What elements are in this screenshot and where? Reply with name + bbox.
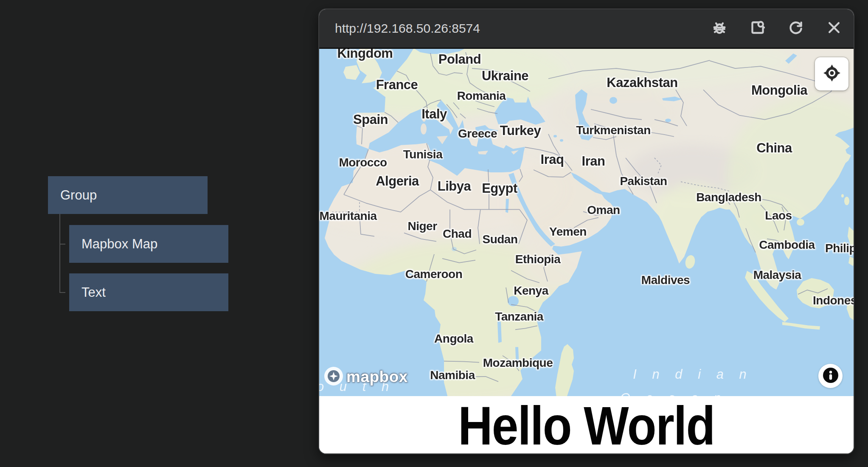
map-country-label: Sudan bbox=[482, 233, 517, 246]
map-country-label: Kingdom bbox=[337, 48, 393, 61]
page-body: Hello World bbox=[319, 396, 854, 454]
map-country-label: France bbox=[376, 77, 418, 93]
map-country-label: Morocco bbox=[339, 156, 387, 169]
open-preview-icon bbox=[749, 19, 766, 38]
map-country-label: Iran bbox=[582, 154, 605, 169]
map-country-label: Philippines bbox=[825, 242, 854, 255]
map-country-label: Turkmenistan bbox=[576, 124, 651, 137]
map-country-label: Laos bbox=[765, 209, 792, 222]
tree-connector-tick bbox=[59, 244, 65, 245]
map-country-label: Namibia bbox=[430, 369, 475, 382]
map-country-label: Pakistan bbox=[620, 174, 667, 188]
map-country-label: Spain bbox=[353, 112, 388, 127]
tree-node-label: Text bbox=[81, 285, 106, 300]
world-map-graphic bbox=[319, 49, 854, 396]
map-country-label: Niger bbox=[407, 219, 437, 233]
debug-button[interactable] bbox=[711, 20, 728, 37]
map-country-label: Bangladesh bbox=[696, 191, 761, 204]
map-ocean-label: I n d i a n bbox=[633, 367, 753, 382]
mapbox-logo-icon bbox=[324, 366, 343, 388]
map-country-label: Mongolia bbox=[751, 83, 807, 98]
map-country-label: Greece bbox=[458, 127, 497, 141]
map-country-label: Kazakhstan bbox=[607, 75, 677, 90]
tree-node-group[interactable]: Group bbox=[48, 176, 208, 214]
tree-node-label: Mapbox Map bbox=[81, 236, 157, 252]
tree-node-label: Group bbox=[60, 188, 97, 203]
map-country-label: Iraq bbox=[541, 152, 564, 167]
browser-titlebar: http://192.168.50.26:8574 bbox=[319, 9, 854, 48]
map-country-label: Mauritania bbox=[319, 209, 376, 223]
titlebar-actions bbox=[711, 20, 854, 37]
tree-connector-tick bbox=[59, 292, 65, 293]
map-country-label: Chad bbox=[443, 227, 472, 241]
map-country-label: Angola bbox=[434, 332, 473, 346]
mapbox-logo-text: mapbox bbox=[346, 368, 408, 386]
map-country-label: Oman bbox=[587, 203, 620, 217]
hello-world-heading: Hello World bbox=[458, 399, 714, 453]
map-country-label: Poland bbox=[438, 52, 481, 67]
mapbox-logo[interactable]: mapbox bbox=[324, 366, 408, 388]
map-country-label: Ukraine bbox=[482, 68, 528, 84]
reload-icon bbox=[787, 19, 804, 38]
map-country-label: Tanzania bbox=[495, 310, 543, 324]
browser-preview-window: http://192.168.50.26:8574 bbox=[318, 8, 854, 454]
open-preview-button[interactable] bbox=[749, 20, 766, 37]
tree-node-mapbox-map[interactable]: Mapbox Map bbox=[69, 225, 228, 263]
map-country-label: Maldives bbox=[641, 273, 690, 287]
geolocate-target-icon bbox=[822, 63, 842, 84]
mapbox-map-canvas[interactable]: KingdomPolandUkraineFranceKazakhstanMong… bbox=[319, 48, 854, 396]
map-country-label: Yemen bbox=[549, 225, 587, 239]
map-country-label: Cameroon bbox=[405, 267, 462, 281]
map-country-label: Tunisia bbox=[403, 148, 442, 161]
debug-icon bbox=[711, 19, 728, 38]
map-country-label: Mozambique bbox=[483, 356, 553, 370]
map-country-label: Egypt bbox=[482, 181, 517, 196]
map-country-label: Ethiopia bbox=[515, 253, 560, 266]
map-country-label: China bbox=[756, 141, 792, 156]
geolocate-button[interactable] bbox=[815, 57, 848, 90]
reload-button[interactable] bbox=[787, 20, 804, 37]
close-icon bbox=[826, 19, 843, 38]
map-country-label: Romania bbox=[457, 89, 506, 103]
url-text: http://192.168.50.26:8574 bbox=[319, 21, 711, 36]
close-button[interactable] bbox=[826, 20, 843, 37]
attribution-info-button[interactable] bbox=[818, 364, 843, 388]
map-country-label: Malaysia bbox=[753, 268, 801, 282]
map-country-label: Turkey bbox=[500, 123, 541, 138]
map-country-label: Cambodia bbox=[759, 238, 815, 252]
map-country-label: Kenya bbox=[514, 284, 548, 298]
info-icon bbox=[822, 367, 839, 385]
tree-connector-line bbox=[59, 214, 60, 293]
map-country-label: Indonesia bbox=[813, 294, 854, 307]
map-country-label: Algeria bbox=[376, 174, 419, 189]
tree-node-text[interactable]: Text bbox=[69, 273, 228, 311]
map-country-label: Italy bbox=[421, 107, 447, 122]
map-country-label: Libya bbox=[438, 179, 471, 194]
